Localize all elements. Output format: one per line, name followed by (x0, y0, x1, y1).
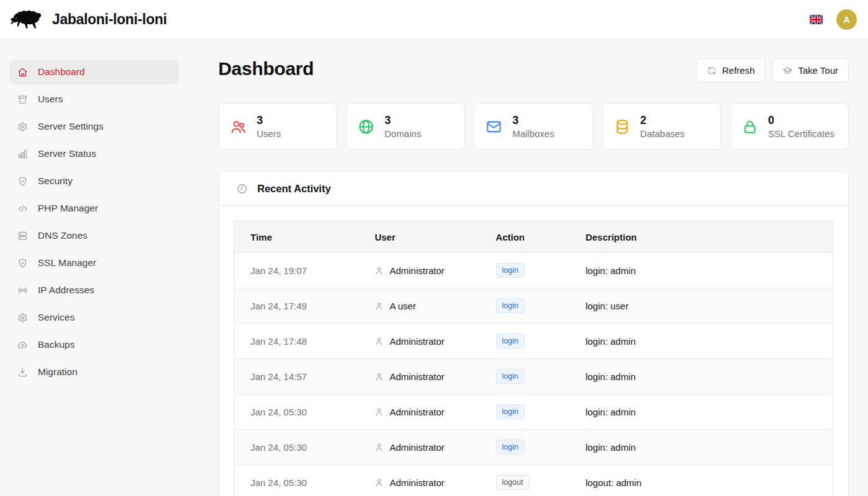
gear-icon (17, 122, 28, 132)
sidebar-item[interactable]: Server Status (10, 141, 179, 166)
sidebar-item[interactable]: Users (10, 87, 179, 112)
sidebar-item[interactable]: IP Addresses (10, 278, 179, 303)
person-icon (374, 443, 384, 452)
activity-time: Jan 24, 19:07 (234, 253, 359, 288)
action-badge: login (496, 440, 525, 455)
broadcast-icon (17, 285, 28, 296)
sidebar-item-label: Migration (38, 366, 78, 378)
stat-label: Domains (384, 128, 421, 140)
person-icon (374, 478, 384, 487)
shield-check-icon (17, 176, 28, 187)
take-tour-button[interactable]: Take Tour (772, 58, 849, 82)
stat-card: 3 Mailboxes (474, 103, 593, 150)
action-badge: logout (496, 475, 529, 490)
sidebar-item[interactable]: Security (10, 169, 179, 193)
sidebar-item-label: Backups (38, 339, 74, 350)
stat-label: Users (257, 128, 281, 140)
activity-time: Jan 24, 05:30 (234, 394, 359, 430)
sidebar-item-label: Users (38, 94, 63, 105)
sidebar-item[interactable]: Backups (10, 332, 179, 357)
activity-description: logout: admin (569, 465, 833, 496)
server-stack-icon (17, 231, 28, 241)
stat-mail-icon (485, 118, 502, 135)
table-row: Jan 24, 05:30 Administrator logout logou… (234, 465, 833, 496)
activity-user: A user (389, 301, 416, 311)
panel-title: Recent Activity (257, 183, 331, 195)
activity-time: Jan 24, 17:49 (234, 288, 359, 324)
download-icon (17, 367, 28, 378)
cloud-upload-icon (17, 340, 28, 350)
col-header-action: Action (480, 221, 570, 253)
sidebar-item[interactable]: SSL Manager (10, 250, 179, 275)
sidebar-nav: Dashboard Users Server Settings Server S… (0, 40, 198, 496)
col-header-description: Description (569, 221, 833, 253)
top-header: Jabaloni-loni-loni A (0, 0, 868, 40)
header-actions: Refresh Take Tour (696, 58, 849, 82)
boar-logo-icon (10, 8, 43, 32)
table-row: Jan 24, 14:57 Administrator login login:… (234, 359, 833, 394)
stat-label: SSL Certificates (768, 128, 835, 140)
bar-chart-icon (17, 149, 28, 159)
refresh-button[interactable]: Refresh (696, 58, 766, 82)
brand: Jabaloni-loni-loni (10, 8, 167, 32)
stat-database-icon (614, 118, 631, 135)
sidebar-item[interactable]: Services (10, 305, 179, 330)
action-badge: login (496, 369, 525, 384)
sidebar-item-label: Security (38, 175, 73, 187)
activity-time: Jan 24, 05:30 (234, 465, 359, 496)
activity-user: Administrator (389, 265, 444, 276)
stat-card: 2 Databases (602, 103, 721, 150)
sidebar-item-label: Services (38, 312, 74, 323)
stat-card: 3 Users (218, 103, 337, 150)
refresh-icon (707, 66, 717, 76)
table-row: Jan 24, 17:48 Administrator login login:… (234, 324, 833, 359)
stat-value: 2 (640, 113, 685, 128)
sidebar-item-label: Dashboard (38, 66, 85, 78)
table-row: Jan 24, 05:30 Administrator login login:… (234, 430, 833, 465)
graduation-cap-icon (782, 66, 792, 76)
stat-label: Databases (640, 128, 685, 140)
recent-activity-panel: Recent Activity Time User Action Descrip… (218, 171, 849, 496)
sidebar-item[interactable]: Migration (10, 360, 179, 384)
shield-check-icon (17, 258, 28, 268)
sidebar-item[interactable]: PHP Manager (10, 196, 179, 221)
gear-icon (17, 312, 28, 323)
stat-value: 0 (768, 113, 835, 128)
sidebar-item[interactable]: Server Settings (10, 114, 179, 139)
sidebar-item-label: IP Addresses (38, 285, 94, 296)
stat-value: 3 (257, 113, 281, 128)
sidebar-item-label: Server Settings (38, 121, 104, 132)
activity-user: Administrator (389, 477, 444, 488)
activity-description: login: admin (569, 324, 833, 359)
sidebar-item[interactable]: Dashboard (10, 60, 179, 84)
person-icon (374, 301, 384, 311)
activity-description: login: admin (569, 253, 833, 288)
activity-user: Administrator (389, 371, 444, 382)
table-row: Jan 24, 19:07 Administrator login login:… (234, 253, 833, 288)
user-avatar[interactable]: A (836, 9, 857, 30)
app-title: Jabaloni-loni-loni (52, 11, 167, 28)
stat-label: Mailboxes (512, 128, 554, 140)
sidebar-item[interactable]: DNS Zones (10, 223, 179, 248)
clock-icon (236, 183, 248, 195)
stat-value: 3 (384, 113, 421, 128)
stat-globe-icon (358, 118, 374, 135)
person-icon (374, 266, 384, 275)
activity-user: Administrator (389, 407, 444, 417)
activity-time: Jan 24, 05:30 (234, 430, 359, 465)
action-badge: login (496, 263, 525, 278)
activity-description: login: user (569, 288, 833, 324)
sidebar-item-label: PHP Manager (38, 203, 98, 214)
language-flag-icon[interactable] (810, 15, 823, 24)
topbar-right: A (810, 9, 858, 30)
activity-time: Jan 24, 14:57 (234, 359, 359, 394)
table-row: Jan 24, 05:30 Administrator login login:… (234, 394, 833, 430)
person-icon (374, 407, 384, 417)
stat-lock-icon (742, 118, 758, 135)
sidebar-item-label: DNS Zones (38, 230, 87, 241)
col-header-user: User (358, 221, 479, 253)
stat-cards: 3 Users 3 Domains 3 Mail (218, 103, 849, 150)
col-header-time: Time (234, 221, 359, 253)
activity-user: Administrator (389, 442, 444, 453)
person-icon (374, 337, 384, 346)
